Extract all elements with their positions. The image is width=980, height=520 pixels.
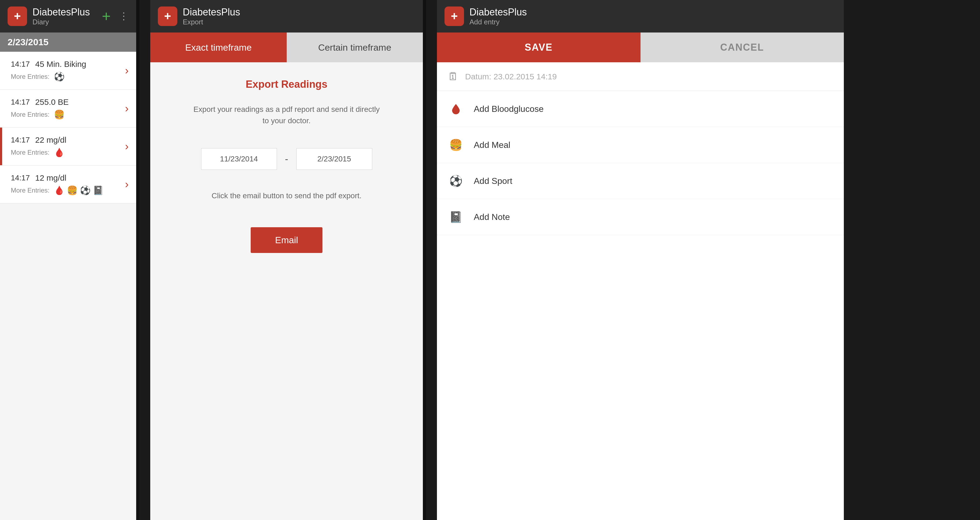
entry-time: 14:17 (11, 136, 30, 144)
export-hint: Click the email button to send the pdf e… (212, 191, 361, 200)
entry-content: 14:17 22 mg/dl More Entries: 🩸 (8, 136, 125, 158)
entry-icons-row: More Entries: 🍔 (11, 109, 125, 120)
entry-content: 14:17 12 mg/dl More Entries: 🩸 🍔 ⚽ 📓 (8, 173, 125, 196)
menu-item-label: Add Bloodglucose (474, 104, 544, 114)
app-subtitle: Diary (32, 18, 102, 26)
export-content: Export Readings Export your readings as … (150, 62, 423, 520)
diary-panel: + DiabetesPlus Diary + ⋮ 2/23/2015 14:17… (0, 0, 136, 520)
entry-value: 12 mg/dl (35, 173, 66, 183)
date-header: 2/23/2015 (0, 32, 136, 52)
entry-icons-row: More Entries: 🩸 (11, 147, 125, 158)
meal-icon: 🍔 (54, 109, 65, 120)
chevron-right-icon[interactable]: › (125, 178, 129, 190)
export-topbar: + DiabetesPlus Export (150, 0, 423, 32)
add-entry-panel: + DiabetesPlus Add entry SAVE CANCEL 🗓 D… (437, 0, 844, 520)
more-entries-label: More Entries: (11, 149, 49, 156)
date-header-text: 2/23/2015 (8, 37, 48, 47)
app-subtitle: Export (183, 18, 415, 26)
tab-certain-timeframe[interactable]: Certain timeframe (287, 32, 423, 62)
app-icon: + (8, 6, 27, 26)
chevron-right-icon[interactable]: › (125, 102, 129, 115)
panel-divider-2 (423, 0, 426, 520)
entry-content: 14:17 255.0 BE More Entries: 🍔 (8, 97, 125, 120)
entry-accent (0, 128, 2, 165)
menu-item-label: Add Note (474, 212, 510, 222)
list-item[interactable]: 🍔 Add Meal (437, 127, 844, 163)
calendar-icon: 🗓 (448, 70, 458, 83)
entry-top: 14:17 45 Min. Biking (11, 60, 125, 69)
datum-field[interactable]: 🗓 Datum: 23.02.2015 14:19 (437, 62, 844, 91)
more-entries-label: More Entries: (11, 73, 49, 80)
app-title: DiabetesPlus (469, 6, 836, 18)
list-item[interactable]: Add Bloodglucose (437, 91, 844, 127)
more-button[interactable]: ⋮ (119, 11, 129, 22)
sport-icon: ⚽ (80, 185, 91, 196)
entry-value: 22 mg/dl (35, 136, 66, 145)
date-range-row: 11/23/2014 - 2/23/2015 (201, 148, 372, 170)
app-title: DiabetesPlus (183, 6, 415, 18)
menu-item-label: Add Meal (474, 140, 510, 150)
blood-drop-icon (448, 101, 464, 117)
entry-content: 14:17 45 Min. Biking More Entries: ⚽ (8, 60, 125, 82)
menu-item-label: Add Sport (474, 176, 512, 186)
table-row[interactable]: 14:17 45 Min. Biking More Entries: ⚽ › (0, 52, 136, 89)
more-entries-label: More Entries: (11, 187, 49, 194)
app-icon: + (158, 6, 177, 26)
entry-top: 14:17 255.0 BE (11, 97, 125, 107)
chevron-right-icon[interactable]: › (125, 64, 129, 77)
blood-drop-icon: 🩸 (54, 185, 65, 196)
note-icon: 📓 (448, 209, 464, 225)
more-entries-label: More Entries: (11, 111, 49, 118)
action-bar: SAVE CANCEL (437, 32, 844, 62)
table-row[interactable]: 14:17 22 mg/dl More Entries: 🩸 › (0, 128, 136, 166)
list-item[interactable]: ⚽ Add Sport (437, 163, 844, 199)
email-button[interactable]: Email (251, 227, 323, 253)
add-button[interactable]: + (102, 9, 111, 24)
topbar-text: DiabetesPlus Diary (32, 6, 102, 26)
app-subtitle: Add entry (469, 18, 836, 26)
add-entry-menu: Add Bloodglucose 🍔 Add Meal ⚽ Add Sport … (437, 91, 844, 520)
sport-icon: ⚽ (54, 72, 65, 82)
diary-entries-list: 14:17 45 Min. Biking More Entries: ⚽ › 1… (0, 52, 136, 520)
entry-top: 14:17 12 mg/dl (11, 173, 125, 183)
entry-icons-row: More Entries: ⚽ (11, 72, 125, 82)
tab-exact-timeframe[interactable]: Exact timeframe (150, 32, 287, 62)
list-item[interactable]: 📓 Add Note (437, 199, 844, 235)
export-title: Export Readings (246, 78, 328, 90)
app-icon-cross: + (164, 10, 171, 22)
app-icon: + (444, 6, 464, 26)
panel-divider-1 (136, 0, 139, 520)
table-row[interactable]: 14:17 12 mg/dl More Entries: 🩸 🍔 ⚽ 📓 › (0, 166, 136, 203)
chevron-right-icon[interactable]: › (125, 140, 129, 153)
table-row[interactable]: 14:17 255.0 BE More Entries: 🍔 › (0, 89, 136, 128)
export-panel: + DiabetesPlus Export Exact timeframe Ce… (150, 0, 423, 520)
note-icon: 📓 (93, 185, 104, 196)
entry-top: 14:17 22 mg/dl (11, 136, 125, 145)
date-from-input[interactable]: 11/23/2014 (201, 148, 277, 170)
app-title: DiabetesPlus (32, 6, 102, 18)
cancel-button[interactable]: CANCEL (641, 32, 844, 62)
sport-icon: ⚽ (448, 173, 464, 189)
diary-topbar: + DiabetesPlus Diary + ⋮ (0, 0, 136, 32)
meal-icon: 🍔 (448, 137, 464, 153)
datum-text: Datum: 23.02.2015 14:19 (465, 72, 557, 81)
topbar-text: DiabetesPlus Export (183, 6, 415, 26)
meal-icon: 🍔 (67, 185, 78, 196)
app-icon-cross: + (451, 10, 458, 22)
date-to-input[interactable]: 2/23/2015 (296, 148, 372, 170)
entry-time: 14:17 (11, 98, 30, 107)
entry-time: 14:17 (11, 60, 30, 69)
entry-time: 14:17 (11, 174, 30, 182)
export-description: Export your readings as a pdf report and… (192, 104, 382, 126)
add-entry-topbar: + DiabetesPlus Add entry (437, 0, 844, 32)
blood-drop-icon: 🩸 (54, 147, 65, 158)
topbar-text: DiabetesPlus Add entry (469, 6, 836, 26)
tab-bar: Exact timeframe Certain timeframe (150, 32, 423, 62)
entry-value: 45 Min. Biking (35, 60, 86, 69)
entry-icons-row: More Entries: 🩸 🍔 ⚽ 📓 (11, 185, 125, 196)
entry-value: 255.0 BE (35, 97, 68, 107)
save-button[interactable]: SAVE (437, 32, 641, 62)
app-icon-cross: + (14, 10, 21, 22)
date-separator: - (285, 153, 288, 165)
topbar-actions: + ⋮ (102, 9, 129, 24)
